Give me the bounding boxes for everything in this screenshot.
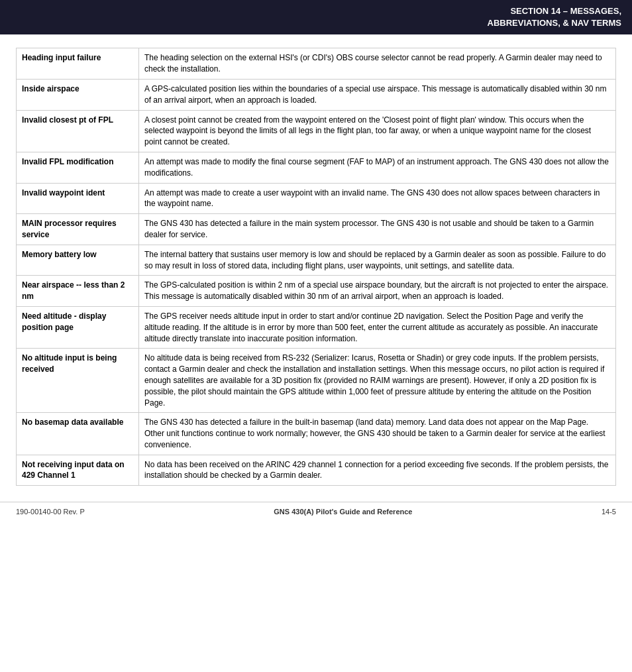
footer-left: 190-00140-00 Rev. P [16, 508, 85, 516]
row-label-1: Inside airspace [17, 79, 139, 110]
row-desc-8: The GPS receiver needs altitude input in… [139, 306, 616, 348]
table-row: Invalid closest pt of FPLA closest point… [17, 110, 616, 152]
main-content: Heading input failureThe heading selecti… [0, 34, 632, 499]
row-desc-4: An attempt was made to create a user way… [139, 183, 616, 214]
row-label-3: Invalid FPL modification [17, 152, 139, 183]
row-label-4: Invalid waypoint ident [17, 183, 139, 214]
table-row: Invalid waypoint identAn attempt was mad… [17, 183, 616, 214]
row-desc-9: No altitude data is being received from … [139, 349, 616, 413]
table-row: No basemap data availableThe GNS 430 has… [17, 413, 616, 455]
table-row: Memory battery lowThe internal battery t… [17, 245, 616, 276]
row-label-6: Memory battery low [17, 245, 139, 276]
row-desc-3: An attempt was made to modify the final … [139, 152, 616, 183]
table-row: Invalid FPL modificationAn attempt was m… [17, 152, 616, 183]
row-desc-7: The GPS-calculated position is within 2 … [139, 276, 616, 307]
row-label-10: No basemap data available [17, 413, 139, 455]
row-label-11: Not receiving input data on 429 Channel … [17, 455, 139, 486]
table-row: Heading input failureThe heading selecti… [17, 48, 616, 80]
table-row: MAIN processor requires serviceThe GNS 4… [17, 214, 616, 245]
row-label-7: Near airspace -- less than 2 nm [17, 276, 139, 307]
row-desc-0: The heading selection on the external HS… [139, 48, 616, 80]
table-row: Near airspace -- less than 2 nmThe GPS-c… [17, 276, 616, 307]
row-desc-6: The internal battery that sustains user … [139, 245, 616, 276]
row-desc-11: No data has been received on the ARINC 4… [139, 455, 616, 486]
row-label-5: MAIN processor requires service [17, 214, 139, 245]
row-label-0: Heading input failure [17, 48, 139, 80]
footer-center: GNS 430(A) Pilot's Guide and Reference [274, 508, 412, 516]
footer-right: 14-5 [602, 508, 616, 516]
row-desc-5: The GNS 430 has detected a failure in th… [139, 214, 616, 245]
footer: 190-00140-00 Rev. P GNS 430(A) Pilot's G… [0, 502, 632, 521]
row-label-2: Invalid closest pt of FPL [17, 110, 139, 152]
table-row: Need altitude - display position pageThe… [17, 306, 616, 348]
header-title-line1: SECTION 14 – MESSAGES, [11, 5, 621, 17]
row-label-9: No altitude input is being received [17, 349, 139, 413]
row-desc-10: The GNS 430 has detected a failure in th… [139, 413, 616, 455]
header-title-line2: ABBREVIATIONS, & NAV TERMS [11, 17, 621, 29]
row-desc-1: A GPS-calculated position lies within th… [139, 79, 616, 110]
table-row: Not receiving input data on 429 Channel … [17, 455, 616, 486]
messages-table: Heading input failureThe heading selecti… [16, 48, 616, 486]
header-bar: SECTION 14 – MESSAGES, ABBREVIATIONS, & … [0, 0, 632, 34]
row-label-8: Need altitude - display position page [17, 306, 139, 348]
row-desc-2: A closest point cannot be created from t… [139, 110, 616, 152]
table-row: No altitude input is being receivedNo al… [17, 349, 616, 413]
table-row: Inside airspaceA GPS-calculated position… [17, 79, 616, 110]
